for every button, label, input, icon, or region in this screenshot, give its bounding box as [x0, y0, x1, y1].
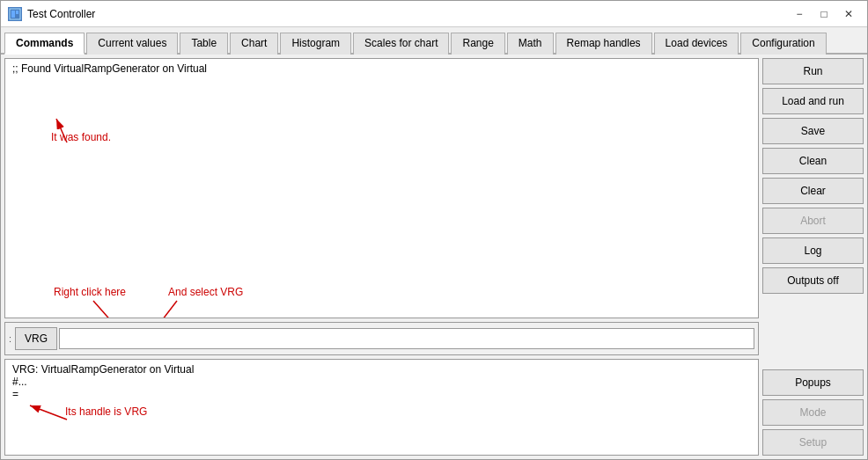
- bottom-area: VRG: VirtualRampGenerator on Virtual #..…: [4, 359, 759, 456]
- svg-line-6: [93, 301, 127, 318]
- annotation-found: It was found.: [51, 131, 111, 143]
- tab-range[interactable]: Range: [451, 33, 504, 55]
- annotation-handle: Its handle is VRG: [65, 405, 147, 418]
- left-panel: ;; Found VirtualRampGenerator on Virtual…: [4, 58, 759, 456]
- bottom-line2: #...: [12, 376, 751, 388]
- tab-scales-for-chart[interactable]: Scales for chart: [353, 33, 449, 55]
- setup-button[interactable]: Setup: [762, 429, 864, 456]
- close-button[interactable]: ✕: [837, 5, 860, 23]
- bottom-line1: VRG: VirtualRampGenerator on Virtual: [12, 363, 751, 376]
- vrg-tab[interactable]: VRG: [15, 327, 57, 350]
- tab-math[interactable]: Math: [507, 33, 554, 55]
- log-button[interactable]: Log: [762, 237, 864, 264]
- tab-load-devices[interactable]: Load devices: [654, 33, 739, 55]
- command-input[interactable]: [59, 328, 754, 349]
- annotation-right-click: Right click here: [54, 286, 126, 298]
- load-and-run-button[interactable]: Load and run: [762, 88, 864, 114]
- minimize-button[interactable]: −: [788, 5, 811, 23]
- clean-button[interactable]: Clean: [762, 148, 864, 174]
- tab-table[interactable]: Table: [180, 33, 228, 55]
- window-icon: [8, 7, 22, 21]
- title-bar: Test Controller − □ ✕: [1, 1, 867, 27]
- svg-line-10: [30, 405, 67, 420]
- top-text: ;; Found VirtualRampGenerator on Virtual: [12, 62, 207, 75]
- main-content: ;; Found VirtualRampGenerator on Virtual…: [1, 55, 867, 459]
- tab-configuration[interactable]: Configuration: [740, 33, 826, 55]
- tab-histogram[interactable]: Histogram: [280, 33, 351, 55]
- tab-remap-handles[interactable]: Remap handles: [555, 33, 652, 55]
- tab-current-values[interactable]: Current values: [86, 33, 178, 55]
- bottom-strip: : VRG: [4, 322, 759, 355]
- colon-indicator: :: [9, 333, 13, 344]
- tab-commands[interactable]: Commands: [4, 33, 85, 55]
- tab-bar: Commands Current values Table Chart Hist…: [1, 27, 867, 55]
- popups-button[interactable]: Popups: [762, 369, 864, 396]
- title-bar-left: Test Controller: [8, 7, 95, 21]
- svg-rect-2: [16, 11, 18, 14]
- top-area-content: ;; Found VirtualRampGenerator on Virtual: [5, 59, 758, 78]
- tab-chart[interactable]: Chart: [230, 33, 278, 55]
- abort-button[interactable]: Abort: [762, 208, 864, 234]
- svg-line-8: [148, 301, 177, 318]
- svg-rect-1: [11, 11, 15, 18]
- bottom-line3: =: [12, 388, 751, 400]
- save-button[interactable]: Save: [762, 118, 864, 144]
- annotation-select-vrg: And select VRG: [168, 286, 243, 298]
- arrows-svg: [5, 59, 758, 318]
- maximize-button[interactable]: □: [813, 5, 835, 23]
- bottom-buttons: Popups Mode Setup: [762, 369, 864, 456]
- top-area: ;; Found VirtualRampGenerator on Virtual…: [4, 58, 759, 318]
- run-button[interactable]: Run: [762, 58, 864, 84]
- title-controls: − □ ✕: [788, 5, 860, 23]
- main-window: Test Controller − □ ✕ Commands Current v…: [0, 0, 868, 460]
- clear-button[interactable]: Clear: [762, 178, 864, 204]
- spacer: [762, 297, 864, 366]
- right-panel: Run Load and run Save Clean Clear Abort …: [762, 58, 864, 456]
- mode-button[interactable]: Mode: [762, 399, 864, 426]
- outputs-off-button[interactable]: Outputs off: [762, 267, 864, 294]
- window-title: Test Controller: [27, 8, 95, 20]
